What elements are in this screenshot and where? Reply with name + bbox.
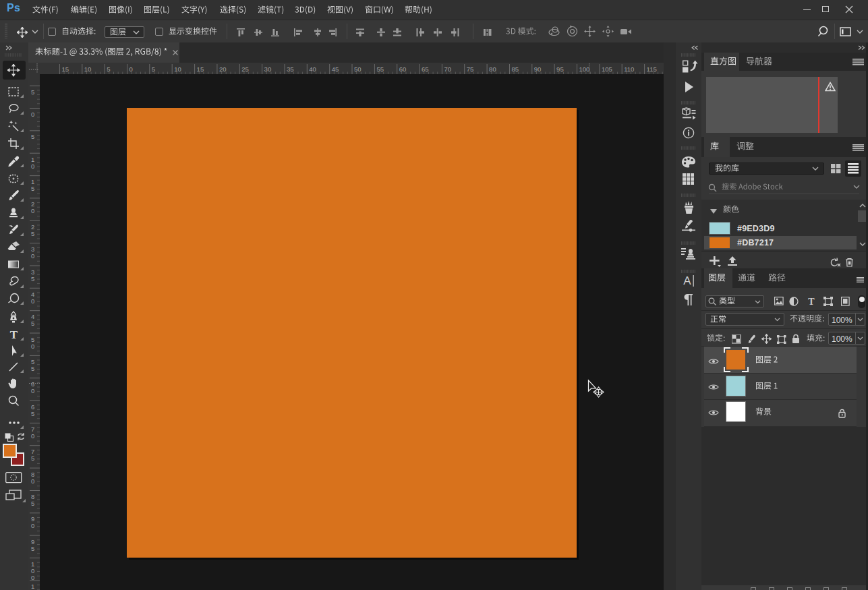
svg-text:55: 55 — [376, 65, 384, 73]
svg-text:0: 0 — [31, 432, 34, 440]
svg-text:0: 0 — [31, 522, 34, 529]
svg-text:40: 40 — [309, 65, 316, 73]
svg-text:85: 85 — [512, 65, 519, 73]
svg-text:T: T — [808, 297, 815, 306]
svg-text:5: 5 — [152, 65, 155, 73]
svg-text:0: 0 — [31, 297, 34, 305]
svg-text:60: 60 — [399, 65, 407, 73]
svg-text:15: 15 — [197, 65, 204, 73]
svg-text:5: 5 — [107, 65, 110, 73]
svg-text:5: 5 — [31, 275, 34, 283]
svg-text:5: 5 — [31, 185, 34, 192]
svg-text:0: 0 — [31, 387, 34, 394]
svg-text:5: 5 — [31, 320, 34, 327]
svg-text:50: 50 — [354, 65, 361, 73]
svg-text:T: T — [10, 328, 18, 341]
svg-text:A: A — [683, 274, 691, 287]
svg-text:0: 0 — [31, 163, 34, 170]
svg-text:80: 80 — [489, 65, 496, 73]
svg-text:95: 95 — [556, 65, 564, 73]
svg-text:0: 0 — [31, 477, 34, 485]
svg-text:15: 15 — [61, 65, 69, 73]
svg-text:5: 5 — [31, 545, 34, 552]
svg-text:5: 5 — [31, 454, 34, 462]
svg-text:20: 20 — [219, 65, 227, 73]
svg-text:5: 5 — [31, 230, 34, 237]
svg-text:75: 75 — [467, 65, 474, 73]
svg-text:0: 0 — [31, 574, 34, 581]
svg-text:10: 10 — [84, 65, 92, 73]
svg-text:65: 65 — [422, 65, 429, 73]
svg-text:110: 110 — [624, 65, 634, 73]
svg-text:5: 5 — [31, 365, 34, 372]
svg-text:0: 0 — [31, 207, 34, 214]
svg-text:0: 0 — [31, 343, 34, 350]
svg-text:70: 70 — [444, 65, 451, 73]
svg-text:0: 0 — [129, 65, 133, 73]
svg-text:0: 0 — [31, 111, 34, 118]
svg-text:45: 45 — [332, 65, 339, 73]
svg-text:105: 105 — [602, 65, 612, 73]
svg-text:5: 5 — [31, 410, 34, 417]
svg-text:10: 10 — [174, 65, 181, 73]
svg-text:100: 100 — [579, 65, 590, 73]
svg-text:35: 35 — [287, 65, 294, 73]
svg-text:0: 0 — [31, 252, 34, 260]
svg-text:115: 115 — [647, 65, 657, 73]
svg-text:30: 30 — [264, 65, 272, 73]
svg-text:90: 90 — [534, 65, 542, 73]
svg-text:25: 25 — [241, 65, 249, 73]
svg-text:5: 5 — [31, 133, 34, 140]
svg-text:5: 5 — [31, 88, 34, 96]
svg-text:5: 5 — [31, 500, 34, 507]
